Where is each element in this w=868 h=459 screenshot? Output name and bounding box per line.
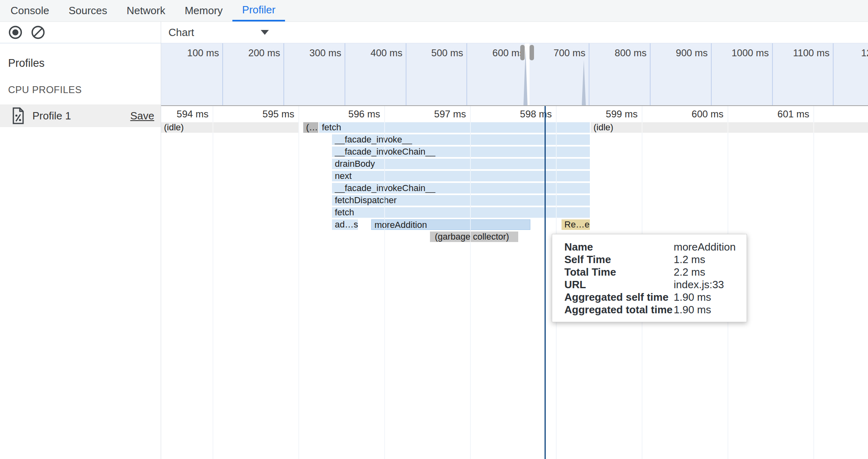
flame-bar-re-e[interactable]: Re…e bbox=[562, 219, 590, 230]
tooltip-value: 2.2 ms bbox=[674, 266, 705, 278]
ruler-tick-label: 598 ms bbox=[483, 108, 552, 120]
overview-tick-label: 600 ms bbox=[455, 47, 524, 59]
tooltip-row: Total Time2.2 ms bbox=[552, 266, 747, 278]
flame-bar-idle[interactable]: (idle) bbox=[591, 122, 868, 133]
flame-bar-ad-s[interactable]: ad…s bbox=[332, 219, 358, 230]
clear-profiles-button[interactable] bbox=[30, 24, 46, 40]
overview-tick-label: 1000 ms bbox=[700, 47, 769, 59]
ruler-tick-label: 601 ms bbox=[740, 108, 809, 120]
chevron-down-icon bbox=[261, 30, 269, 35]
view-mode-label: Chart bbox=[168, 26, 194, 39]
tooltip-row: Aggregated total time1.90 ms bbox=[552, 304, 747, 316]
tooltip-value: moreAddition bbox=[674, 241, 736, 253]
tooltip-label: Total Time bbox=[564, 266, 616, 278]
tooltip-label: Aggregated self time bbox=[564, 291, 668, 304]
ruler-tick-label: 594 ms bbox=[161, 108, 208, 120]
tooltip-label: Aggregated total time bbox=[564, 304, 672, 316]
tooltip-value: 1.2 ms bbox=[674, 253, 705, 266]
tab-network[interactable]: Network bbox=[117, 0, 175, 21]
record-icon bbox=[8, 25, 23, 40]
profile-document-icon bbox=[11, 107, 25, 124]
tab-bar: ConsoleSourcesNetworkMemoryProfiler bbox=[0, 0, 868, 22]
tooltip-row: NamemoreAddition bbox=[552, 241, 747, 253]
profiles-heading: Profiles bbox=[8, 57, 161, 70]
overview-tick-label: 300 ms bbox=[272, 47, 341, 59]
flame-bar-fetch[interactable]: fetch bbox=[319, 122, 590, 133]
flame-bar-facade-invokechain[interactable]: __facade_invokeChain__ bbox=[332, 147, 590, 157]
flame-bar-next[interactable]: next bbox=[332, 171, 590, 181]
profile-name: Profile 1 bbox=[32, 110, 71, 122]
ruler-tick-label: 599 ms bbox=[569, 108, 638, 120]
tab-profiler[interactable]: Profiler bbox=[232, 0, 285, 21]
flame-bar-fetchdispatcher[interactable]: fetchDispatcher bbox=[332, 195, 590, 206]
tab-memory[interactable]: Memory bbox=[175, 0, 232, 21]
record-profile-button[interactable] bbox=[7, 24, 23, 40]
tooltip-value: index.js:33 bbox=[674, 278, 724, 291]
overview-tick-label: 200 ms bbox=[211, 47, 280, 59]
overview-tick-label: 12 bbox=[861, 47, 868, 59]
flame-bar-frame[interactable]: (… bbox=[303, 122, 318, 133]
ruler-tick-label: 597 ms bbox=[397, 108, 466, 120]
tooltip-value: 1.90 ms bbox=[674, 304, 711, 316]
overview-tick-line bbox=[833, 43, 834, 105]
tab-console[interactable]: Console bbox=[1, 0, 59, 21]
view-mode-dropdown[interactable]: Chart bbox=[161, 26, 269, 39]
time-gridline-overlay bbox=[470, 106, 471, 459]
flame-bar-idle[interactable]: (idle) bbox=[161, 122, 298, 133]
clear-icon bbox=[31, 25, 45, 40]
profiles-sidebar: Profiles CPU PROFILES Profile 1 Save bbox=[0, 22, 161, 459]
time-gridline-overlay bbox=[813, 106, 814, 459]
tab-sources[interactable]: Sources bbox=[59, 0, 117, 21]
tooltip-row: Self Time1.2 ms bbox=[552, 253, 747, 266]
flame-bar-drainbody[interactable]: drainBody bbox=[332, 159, 590, 169]
flame-chart: 594 ms595 ms596 ms597 ms598 ms599 ms600 … bbox=[161, 106, 868, 459]
profile-list-item[interactable]: Profile 1 Save bbox=[0, 104, 161, 127]
selection-handle-right[interactable] bbox=[530, 45, 534, 60]
time-gridline-overlay bbox=[298, 106, 299, 459]
tooltip-label: Name bbox=[564, 241, 593, 253]
tooltip-row: URLindex.js:33 bbox=[552, 278, 747, 291]
flame-bar-garbage-collector[interactable]: (garbage collector) bbox=[430, 232, 518, 242]
flame-bar-facade-invokechain[interactable]: __facade_invokeChain__ bbox=[332, 183, 590, 193]
profiles-toolbar bbox=[0, 22, 161, 43]
cpu-activity-spike bbox=[582, 60, 586, 105]
flame-bar-fetch[interactable]: fetch bbox=[332, 207, 590, 218]
selection-handle-left[interactable] bbox=[520, 45, 525, 60]
overview-tick-label: 900 ms bbox=[639, 47, 708, 59]
overview-tick-label: 500 ms bbox=[394, 47, 463, 59]
tooltip-label: URL bbox=[564, 278, 586, 291]
devtools-profiler-panel: ConsoleSourcesNetworkMemoryProfiler Prof… bbox=[0, 0, 868, 459]
time-gridline-overlay bbox=[384, 106, 385, 459]
playhead-line bbox=[545, 106, 546, 459]
save-profile-link[interactable]: Save bbox=[130, 110, 154, 122]
tooltip-value: 1.90 ms bbox=[674, 291, 711, 304]
ruler-tick-label: 600 ms bbox=[655, 108, 723, 120]
ruler-tick-label: 596 ms bbox=[311, 108, 380, 120]
overview-tick-label: 1100 ms bbox=[761, 47, 830, 59]
time-gridline-overlay bbox=[213, 106, 213, 459]
frame-tooltip: NamemoreAdditionSelf Time1.2 msTotal Tim… bbox=[552, 234, 747, 322]
overview-tick-label: 800 ms bbox=[578, 47, 647, 59]
flame-bar-facade-invoke[interactable]: __facade_invoke__ bbox=[332, 134, 590, 145]
overview-tick-label: 400 ms bbox=[334, 47, 402, 59]
cpu-profiles-section-heading: CPU PROFILES bbox=[8, 84, 161, 96]
overview-tick-label: 100 ms bbox=[161, 47, 219, 59]
tooltip-row: Aggregated self time1.90 ms bbox=[552, 291, 747, 304]
profiler-view-toolbar: Chart bbox=[161, 22, 868, 43]
ruler-tick-label: 595 ms bbox=[226, 108, 294, 120]
flame-bar-moreaddition[interactable]: moreAddition bbox=[371, 219, 530, 230]
profiler-main-panel: Chart 100 ms200 ms300 ms400 ms500 ms600 … bbox=[161, 22, 868, 459]
tooltip-label: Self Time bbox=[564, 253, 611, 266]
timeline-overview[interactable]: 100 ms200 ms300 ms400 ms500 ms600 ms700 … bbox=[161, 43, 868, 106]
